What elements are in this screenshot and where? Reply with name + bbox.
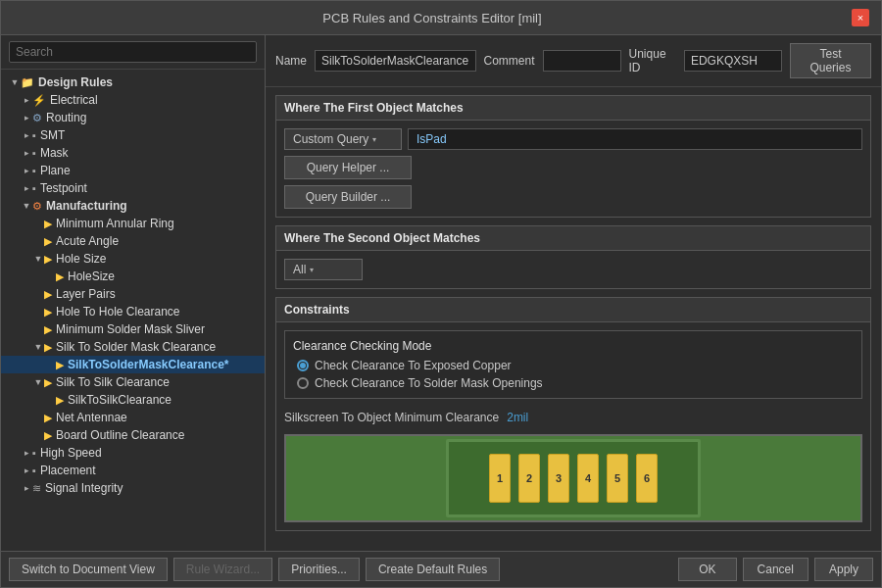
rule-icon: ▶: [44, 341, 52, 354]
rule-icon: ▶: [56, 270, 64, 283]
tree-item-min-solder-sliver[interactable]: ▸ ▶ Minimum Solder Mask Sliver: [1, 320, 265, 338]
rule-icon: ▶: [44, 323, 52, 336]
radio-button-2[interactable]: [297, 377, 309, 389]
rule-icon: ▶: [56, 359, 64, 371]
tree-item-placement[interactable]: ▸ ▪ Placement: [1, 462, 265, 479]
ok-button[interactable]: OK: [678, 558, 736, 581]
tree-item-electrical[interactable]: ▸ ⚡ Electrical: [1, 91, 265, 109]
switch-view-button[interactable]: Switch to Document View: [9, 558, 168, 581]
clearance-checking-box: Clearance Checking Mode Check Clearance …: [284, 330, 862, 399]
tree-item-acute-angle[interactable]: ▸ ▶ Acute Angle: [1, 232, 265, 250]
query-type-dropdown[interactable]: Custom Query ▾: [284, 128, 402, 150]
tree-item-holesize[interactable]: ▸ ▶ HoleSize: [1, 268, 265, 285]
tree-item-net-antennae[interactable]: ▸ ▶ Net Antennae: [1, 409, 265, 426]
tree-label: Acute Angle: [56, 234, 119, 248]
tree-label: Board Outline Clearance: [56, 428, 184, 442]
pad-2: 2: [518, 454, 540, 503]
pad-1: 1: [489, 454, 511, 503]
name-label: Name: [275, 54, 307, 68]
tree-label: Testpoint: [40, 181, 87, 195]
tree-item-silk-to-solder-group[interactable]: ▼ ▶ Silk To Solder Mask Clearance: [1, 338, 265, 356]
tree-label: Design Rules: [38, 75, 113, 89]
expand-icon: ▸: [21, 465, 32, 476]
tree-item-high-speed[interactable]: ▸ ▪ High Speed: [1, 444, 265, 462]
pad-number: 6: [644, 472, 650, 484]
window-title: PCB Rules and Constraints Editor [mil]: [13, 11, 852, 25]
tree-label: Hole To Hole Clearance: [56, 305, 180, 318]
tree-item-manufacturing[interactable]: ▼ ⚙ Manufacturing: [1, 197, 265, 215]
tree-label: Net Antennae: [56, 411, 127, 424]
comment-input[interactable]: [543, 50, 621, 72]
tree-label: SMT: [40, 128, 65, 142]
tree-item-testpoint[interactable]: ▸ ▪ Testpoint: [1, 179, 265, 197]
expand-icon: ▸: [21, 112, 32, 123]
second-object-content: All ▾: [276, 251, 870, 288]
pad-number: 5: [614, 472, 620, 484]
search-box: [1, 35, 265, 70]
test-queries-button[interactable]: Test Queries: [790, 43, 871, 78]
second-object-select-row: All ▾: [284, 259, 862, 280]
rule-icon: ▶: [44, 253, 52, 266]
tree-item-silktosoldermaskclearance[interactable]: ▸ ▶ SilkToSolderMaskClearance*: [1, 356, 265, 373]
name-input[interactable]: [315, 50, 476, 72]
radio-item-1[interactable]: Check Clearance To Exposed Copper: [297, 359, 854, 372]
clearance-value: 2mil: [507, 411, 528, 424]
radio-group: Check Clearance To Exposed Copper Check …: [293, 359, 854, 390]
first-object-section: Where The First Object Matches Custom Qu…: [275, 95, 871, 218]
close-button[interactable]: ×: [852, 9, 869, 26]
constraints-section: Constraints Clearance Checking Mode Chec…: [275, 297, 871, 531]
rule-wizard-button[interactable]: Rule Wizard...: [173, 558, 272, 581]
rule-icon: ▶: [56, 394, 64, 407]
tree-item-plane[interactable]: ▸ ▪ Plane: [1, 162, 265, 179]
constraints-title: Constraints: [276, 298, 870, 322]
tree-item-silktosilkclearance[interactable]: ▸ ▶ SilkToSilkClearance: [1, 391, 265, 409]
radio-item-2[interactable]: Check Clearance To Solder Mask Openings: [297, 376, 854, 390]
uid-input[interactable]: [684, 50, 782, 72]
uid-label: Unique ID: [629, 47, 676, 74]
smt-icon: ▪: [32, 129, 36, 141]
rule-body: Where The First Object Matches Custom Qu…: [266, 87, 881, 551]
pad-number: 3: [556, 472, 562, 484]
testpoint-icon: ▪: [32, 182, 36, 194]
constraints-content: Clearance Checking Mode Check Clearance …: [276, 322, 870, 530]
query-input[interactable]: [408, 128, 862, 150]
placement-icon: ▪: [32, 465, 36, 476]
tree-item-min-annular[interactable]: ▸ ▶ Minimum Annular Ring: [1, 215, 265, 232]
pcb-board: 1 2 3 4 5 6: [446, 439, 701, 517]
pad-5: 5: [607, 454, 628, 503]
routing-icon: ⚙: [32, 112, 42, 124]
query-row: Custom Query ▾: [284, 128, 862, 150]
tree-item-smt[interactable]: ▸ ▪ SMT: [1, 126, 265, 144]
radio-button-1[interactable]: [297, 360, 309, 371]
expand-icon: ▼: [32, 253, 44, 265]
tree-item-signal-integrity[interactable]: ▸ ≋ Signal Integrity: [1, 479, 265, 497]
pcb-visualization: 1 2 3 4 5 6: [284, 434, 862, 522]
tree-label: Placement: [40, 464, 96, 477]
tree-item-mask[interactable]: ▸ ▪ Mask: [1, 144, 265, 162]
radio-dot: [300, 363, 306, 368]
rule-header: Name Comment Unique ID Test Queries: [266, 35, 881, 87]
expand-icon: ▸: [21, 165, 32, 176]
cancel-button[interactable]: Cancel: [743, 558, 808, 581]
tree-container: ▼ 📁 Design Rules ▸ ⚡ Electrical ▸ ⚙ Rout…: [1, 70, 265, 551]
tree-item-hole-to-hole[interactable]: ▸ ▶ Hole To Hole Clearance: [1, 303, 265, 320]
tree-item-board-outline[interactable]: ▸ ▶ Board Outline Clearance: [1, 426, 265, 444]
tree-label: Layer Pairs: [56, 287, 116, 301]
create-default-rules-button[interactable]: Create Default Rules: [366, 558, 500, 581]
clearance-row: Silkscreen To Object Minimum Clearance 2…: [284, 411, 862, 424]
query-builder-button[interactable]: Query Builder ...: [284, 185, 412, 209]
bottom-bar: Switch to Document View Rule Wizard... P…: [1, 551, 881, 587]
tree-item-design-rules[interactable]: ▼ 📁 Design Rules: [1, 74, 265, 91]
priorities-button[interactable]: Priorities...: [278, 558, 360, 581]
expand-icon: ▼: [32, 341, 44, 353]
tree-item-layer-pairs[interactable]: ▸ ▶ Layer Pairs: [1, 285, 265, 303]
apply-button[interactable]: Apply: [814, 558, 873, 581]
tree-item-routing[interactable]: ▸ ⚙ Routing: [1, 109, 265, 126]
search-input[interactable]: [9, 41, 257, 63]
second-object-title: Where The Second Object Matches: [276, 226, 870, 251]
pad-number: 4: [585, 472, 591, 484]
query-helper-button[interactable]: Query Helper ...: [284, 156, 412, 179]
tree-item-silk-to-silk-group[interactable]: ▼ ▶ Silk To Silk Clearance: [1, 373, 265, 391]
tree-item-hole-size-group[interactable]: ▼ ▶ Hole Size: [1, 250, 265, 268]
all-dropdown[interactable]: All ▾: [284, 259, 363, 280]
